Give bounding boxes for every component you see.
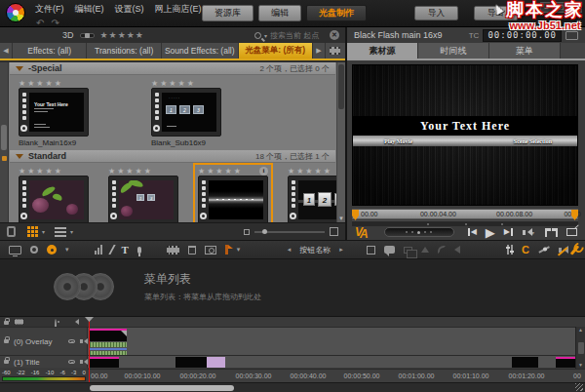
video-clip[interactable] [90, 329, 127, 341]
preview-viewport[interactable]: Your Text Here Play Movie Scene Selectio… [352, 64, 578, 206]
next-frame-button[interactable]: ▶ [504, 228, 513, 236]
disc-menu-dropdown-icon[interactable]: ▾ [65, 246, 69, 254]
scroll-down-icon[interactable]: ▼ [338, 216, 344, 221]
timeline-vertical-scrollbar[interactable]: ▲ ▼ [575, 327, 585, 369]
library-item-blank-sub[interactable]: ★★★★★ · · · · · 1 2 3 [148, 77, 252, 149]
disc-preview-icon[interactable] [9, 246, 21, 255]
timeline-settings-icon[interactable] [570, 245, 579, 255]
playhead-line[interactable] [89, 318, 90, 382]
marker-dropdown-icon[interactable]: ▾ [237, 246, 241, 254]
tab-transitions[interactable]: Transitions: (all) [87, 43, 161, 59]
zoom-in-icon[interactable] [330, 227, 338, 236]
library-scrollbar[interactable]: ▼ [336, 62, 345, 222]
zoom-slider[interactable] [254, 231, 325, 233]
mark-out-handle[interactable] [571, 210, 578, 220]
timeline-ruler[interactable]: 00.00 00:00:10.00 00:00:20.00 00:00:30.0… [88, 369, 585, 382]
tabs-scroll-left-icon[interactable]: ◀ [0, 43, 13, 59]
window-minimize-button[interactable]: – [540, 2, 553, 13]
track-video-toggle-icon[interactable] [68, 360, 75, 365]
scrollbar-thumb[interactable] [90, 385, 234, 391]
export-button[interactable]: 导出 [474, 6, 518, 20]
grid-view-icon[interactable] [27, 226, 38, 237]
list-view-dropdown-icon[interactable]: ▾ [70, 228, 73, 235]
track-lane-title[interactable] [88, 356, 585, 368]
item-rating-stars[interactable]: ★★★★★ [151, 78, 249, 88]
import-button[interactable]: 导入 [414, 6, 458, 20]
video-clip[interactable] [90, 357, 119, 368]
collapse-icon[interactable] [16, 154, 23, 159]
window-close-button[interactable]: ✕ [569, 2, 582, 13]
panel-drag-handle[interactable] [7, 226, 16, 237]
tab-timeline[interactable]: 时间线 [418, 43, 489, 59]
list-view-icon[interactable] [55, 227, 66, 237]
zoom-slider-knob[interactable] [262, 229, 267, 234]
library-item-fruit-sub[interactable]: ★★★★★ 1 3 [105, 165, 181, 222]
tab-disc-authoring[interactable]: 光盘制作 [306, 5, 367, 21]
thumb-size-slider[interactable] [80, 33, 95, 38]
chapter-comment-icon[interactable] [384, 246, 395, 254]
track-video-toggle-icon[interactable] [68, 339, 75, 344]
rating-filter-stars[interactable]: ★★★★★ [100, 30, 144, 40]
tab-edit[interactable]: 编辑 [258, 5, 301, 21]
section-header-standard[interactable]: Standard 18 个项，已选择 1 个 [10, 150, 335, 163]
item-rating-stars[interactable]: ★★★★★ [19, 166, 89, 176]
timecode-value[interactable]: 00:00:00.00 [483, 29, 562, 42]
volume-keyframe-icon[interactable] [538, 247, 549, 254]
preview-time-ruler[interactable]: 00.00 00.00.04.00 00.00.08.00 00.00 [352, 209, 578, 219]
storyboard-icon[interactable] [15, 319, 23, 325]
video-clip[interactable] [176, 357, 207, 368]
marker-icon[interactable] [225, 245, 228, 255]
magnet-snap-icon[interactable]: C [522, 245, 529, 255]
audio-toggle[interactable]: A [360, 227, 369, 241]
play-button[interactable]: ▶ [486, 226, 495, 239]
video-clip[interactable] [512, 357, 538, 368]
scrollbar-thumb[interactable] [578, 342, 584, 354]
menu-edit[interactable]: 编辑(E) [75, 3, 104, 16]
resize-grip-icon[interactable] [575, 383, 583, 391]
transition-clip[interactable] [207, 357, 225, 368]
scroll-up-icon[interactable]: ▲ [578, 328, 583, 333]
track-header-overlay[interactable]: (0) Overlay [0, 328, 88, 355]
voiceover-icon[interactable] [137, 247, 141, 254]
view-3d-label[interactable]: 3D [62, 30, 74, 40]
menu-store[interactable]: 网上商店(E) [155, 3, 202, 16]
track-lock-icon[interactable] [4, 360, 9, 364]
volume-icon[interactable] [523, 230, 526, 235]
library-item-blank-main[interactable]: ★★★★★ Your Text Here [16, 77, 119, 149]
mark-in-handle[interactable] [352, 210, 359, 220]
grid-view-dropdown-icon[interactable]: ▾ [42, 228, 45, 235]
library-item-black-flash-main[interactable]: ★★★★★ i Black Flash main ... ★★★★★ [195, 165, 271, 222]
mark-in-icon[interactable] [545, 228, 547, 237]
film-tool-icon[interactable] [167, 246, 179, 255]
scene-selection-button[interactable]: Scene Selection [514, 138, 552, 144]
audio-clip[interactable] [90, 342, 127, 347]
previous-frame-button[interactable]: ◀ [468, 228, 477, 236]
timeline-horizontal-scrollbar[interactable] [0, 382, 585, 392]
tab-disc-menus[interactable]: 光盘菜单: (所有) [239, 43, 313, 59]
audio-levels-icon[interactable] [95, 245, 102, 255]
item-rating-stars[interactable]: ★★★★★ i [198, 166, 268, 176]
collapse-icon[interactable] [16, 66, 23, 71]
rail-handle[interactable] [1, 125, 7, 150]
tab-effects[interactable]: Effects: (all) [13, 43, 87, 59]
menu-list-dropzone[interactable]: 菜单列表 菜单列表：将菜单从库拖动到此处 [0, 260, 585, 317]
scrollbar-thumb[interactable] [338, 64, 344, 109]
track-lane-overlay[interactable] [88, 328, 585, 355]
track-audio-toggle-icon[interactable] [80, 360, 83, 364]
undock-preview-icon[interactable] [566, 31, 578, 40]
audio-scrub-icon[interactable] [559, 248, 562, 253]
split-clip-icon[interactable] [108, 245, 115, 255]
tab-menu[interactable]: 菜单 [489, 43, 561, 59]
track-lock-icon[interactable] [4, 339, 9, 343]
title-tool-icon[interactable]: T [122, 245, 129, 255]
search-input[interactable] [270, 31, 327, 40]
search-clear-icon[interactable]: ✕ [330, 30, 339, 40]
menu-file[interactable]: 文件(F) [35, 3, 64, 16]
disc-settings-icon[interactable] [30, 246, 38, 254]
shuttle-jog-slider[interactable] [384, 227, 454, 237]
search-icon[interactable] [254, 32, 261, 39]
item-rating-stars[interactable]: ★★★★★ [108, 166, 178, 176]
track-audio-toggle-icon[interactable] [80, 339, 83, 343]
section-header-special[interactable]: -Special 2 个项，已选择 0 个 [10, 62, 335, 75]
play-movie-button[interactable]: Play Movie [384, 138, 412, 144]
